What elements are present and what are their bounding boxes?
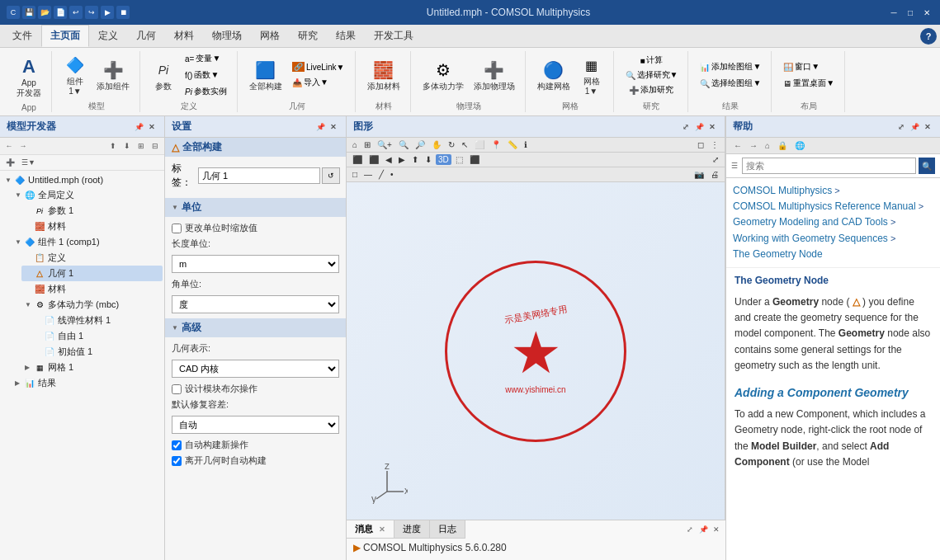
gt-domain-select[interactable]: □ — [350, 169, 360, 180]
compute-btn[interactable]: ■计算 — [636, 53, 666, 68]
gt-print[interactable]: 🖨 — [708, 169, 721, 180]
graphics-expand-btn[interactable]: ⤢ — [680, 121, 692, 133]
gt-edge-select[interactable]: ╱ — [376, 169, 386, 180]
tree-view-btn[interactable]: ☰▼ — [19, 158, 38, 167]
gt-home[interactable]: ⌂ — [350, 139, 360, 150]
new-btn-quick[interactable]: 📄 — [54, 6, 67, 19]
gt-boundary-select[interactable]: — — [361, 169, 375, 180]
breadcrumb-geometry-tools[interactable]: Geometry Modeling and CAD Tools — [733, 216, 888, 228]
help-close-btn[interactable]: ✕ — [922, 121, 933, 133]
msg-tab-log[interactable]: 日志 — [430, 520, 465, 538]
breadcrumb-comsol[interactable]: COMSOL Multiphysics — [733, 185, 832, 196]
tab-file[interactable]: 文件 — [3, 25, 41, 47]
breadcrumb-reference[interactable]: COMSOL Multiphysics Reference Manual — [733, 200, 916, 212]
window-btn[interactable]: 🪟窗口▼ — [780, 59, 838, 74]
stop-btn-quick[interactable]: ⏹ — [116, 6, 130, 19]
label-reset-btn[interactable]: ↺ — [322, 167, 340, 184]
minimize-btn[interactable]: ─ — [887, 6, 900, 19]
gt-left[interactable]: ◀ — [383, 154, 394, 165]
gt-right[interactable]: ▶ — [396, 154, 408, 165]
gt-zoom-out[interactable]: 🔎 — [413, 139, 427, 150]
help-search-button[interactable]: 🔍 — [919, 158, 935, 174]
gt-ortho[interactable]: ⬛ — [467, 154, 482, 165]
open-btn-quick[interactable]: 📂 — [38, 6, 51, 19]
redo-btn-quick[interactable]: ↪ — [85, 6, 98, 19]
reset-desktop-btn[interactable]: 🖥重置桌面▼ — [780, 76, 838, 91]
livelink-btn[interactable]: 🔗 LiveLink▼ — [289, 60, 348, 73]
variables-btn[interactable]: a=变量▼ — [182, 51, 230, 66]
save-btn-quick[interactable]: 💾 — [22, 6, 35, 19]
params-btn[interactable]: Pi 参数 — [149, 57, 178, 93]
gt-select-box[interactable]: ⬜ — [472, 139, 487, 150]
tree-item-free1[interactable]: 📄 自由 1 — [31, 328, 163, 344]
length-unit-select[interactable]: m — [172, 255, 339, 273]
geom-display-select[interactable]: CAD 内核 — [172, 360, 339, 378]
gt-zoom-selection[interactable]: 🔍+ — [375, 139, 394, 150]
mb-forward-btn[interactable]: → — [17, 140, 29, 152]
settings-close-btn[interactable]: ✕ — [328, 121, 339, 133]
tab-materials[interactable]: 材料 — [165, 25, 203, 47]
multibody-btn[interactable]: ⚙ 多体动力学 — [419, 57, 467, 93]
msg-close-panel-btn[interactable]: ✕ — [711, 524, 722, 535]
gt-expand-graphics[interactable]: ⤢ — [710, 154, 721, 165]
tree-item-materials-global[interactable]: 🧱 材料 — [21, 219, 163, 234]
mb-expand-btn[interactable]: ⊞ — [135, 140, 147, 152]
tree-item-component1[interactable]: ▼ 🔷 组件 1 (comp1) — [12, 234, 163, 250]
mb-back-btn[interactable]: ← — [3, 140, 15, 152]
breadcrumb-geometry-seq[interactable]: Working with Geometry Sequences — [733, 233, 888, 244]
gt-pan[interactable]: ✋ — [429, 139, 444, 150]
tree-item-multibody[interactable]: ▼ ⚙ 多体动力学 (mbc) — [21, 297, 163, 313]
graphics-close-btn[interactable]: ✕ — [706, 121, 718, 133]
close-btn[interactable]: ✕ — [920, 6, 933, 19]
tree-item-root[interactable]: ▼ 🔷 Untitled.mph (root) — [2, 172, 163, 187]
auto-build-checkbox[interactable] — [172, 440, 182, 450]
gt-wireframe[interactable]: ◻ — [695, 139, 706, 150]
mesh1-btn[interactable]: ▦ 网格1▼ — [577, 52, 607, 98]
help-globe-btn[interactable]: 🌐 — [792, 140, 807, 151]
tree-item-initial1[interactable]: 📄 初始值 1 — [31, 344, 163, 360]
scale-checkbox[interactable] — [172, 224, 182, 233]
mb-down-btn[interactable]: ⬇ — [121, 140, 133, 152]
gt-back[interactable]: ⬛ — [366, 154, 381, 165]
gt-select[interactable]: ↖ — [459, 139, 470, 150]
help-back-btn[interactable]: ← — [731, 140, 744, 151]
msg-tab-messages[interactable]: 消息 ✕ — [347, 520, 394, 538]
label-input[interactable] — [198, 167, 320, 184]
tree-item-definition[interactable]: 📋 定义 — [21, 250, 163, 266]
help-question-btn[interactable]: ? — [920, 28, 937, 45]
help-search-input[interactable] — [742, 158, 916, 174]
gt-rotate[interactable]: ↻ — [446, 139, 457, 150]
mb-close-btn[interactable]: ✕ — [146, 121, 158, 133]
gt-info[interactable]: ℹ — [522, 139, 530, 150]
help-home-btn[interactable]: ⌂ — [763, 140, 772, 151]
tab-home[interactable]: 主页面 — [41, 25, 89, 47]
gt-point-select[interactable]: • — [388, 169, 396, 180]
add-physics-btn[interactable]: ➕ 添加物理场 — [470, 57, 518, 93]
gt-zoom-in[interactable]: 🔍 — [396, 139, 411, 150]
tree-item-results[interactable]: ▶ 📊 结果 — [12, 375, 163, 391]
auto-build-geometry-checkbox[interactable] — [172, 456, 182, 466]
msg-tab-progress[interactable]: 进度 — [394, 520, 430, 538]
import-btn[interactable]: 📥导入▼ — [289, 75, 348, 90]
run-btn-quick[interactable]: ▶ — [101, 6, 114, 19]
settings-geometry-section[interactable]: △ 全部构建 — [165, 138, 346, 157]
param-instance-btn[interactable]: Pi参数实例 — [182, 84, 230, 99]
build-mesh-btn[interactable]: 🔵 构建网格 — [534, 57, 574, 93]
help-expand-btn[interactable]: ⤢ — [895, 121, 907, 133]
tab-mesh[interactable]: 网格 — [251, 25, 289, 47]
msg-close-btn[interactable]: ✕ — [379, 525, 385, 534]
tab-geometry[interactable]: 几何 — [127, 25, 165, 47]
tree-item-materials-comp[interactable]: 🧱 材料 — [21, 281, 163, 297]
tree-add-btn[interactable]: ➕ — [3, 158, 17, 167]
tab-physics[interactable]: 物理场 — [203, 25, 251, 47]
add-material-btn[interactable]: 🧱 添加材料 — [364, 57, 404, 93]
design-module-checkbox[interactable] — [172, 384, 182, 394]
advanced-section-header[interactable]: ▼ 高级 — [165, 318, 346, 337]
tab-define[interactable]: 定义 — [89, 25, 127, 47]
functions-btn[interactable]: f()函数▼ — [182, 68, 230, 82]
settings-pin-btn[interactable]: 📌 — [314, 121, 326, 133]
gt-options[interactable]: ⋮ — [708, 139, 721, 150]
gt-zoom-extents[interactable]: ⊞ — [361, 139, 373, 150]
add-plotgroup-btn[interactable]: 📊添加绘图组▼ — [697, 59, 764, 74]
gt-top[interactable]: ⬆ — [409, 154, 421, 165]
